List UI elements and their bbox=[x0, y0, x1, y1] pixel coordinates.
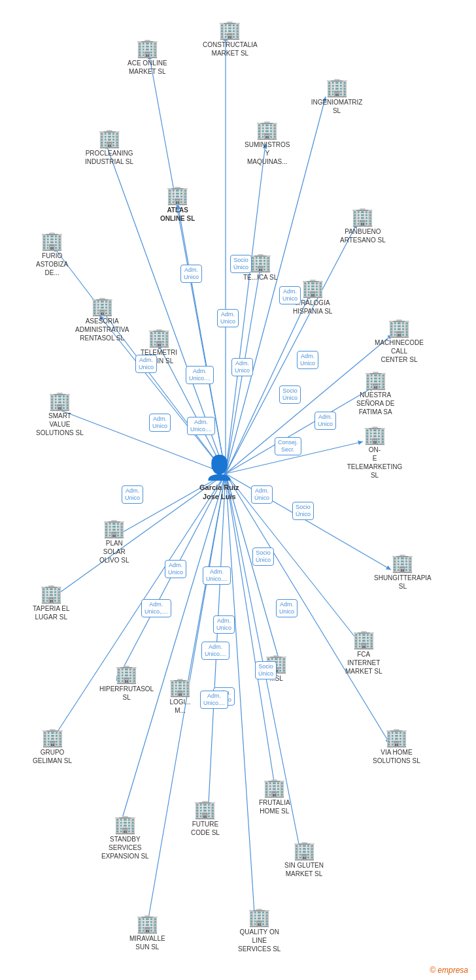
role-badge-10[interactable]: Adm.Unico bbox=[314, 412, 336, 430]
role-badge-1[interactable]: Adm.Unico bbox=[180, 265, 202, 283]
person-name: Garcia RuizJose Luis bbox=[199, 483, 239, 502]
company-nuestra-senora[interactable]: 🏢 NUESTRASEÑORA DEFATIMA SA bbox=[356, 371, 394, 416]
role-badge-26[interactable]: Adm.Unico.... bbox=[200, 691, 228, 709]
role-badge-17[interactable]: Adm.Unico bbox=[165, 560, 186, 578]
company-logi[interactable]: 🏢 LOGI...M... bbox=[169, 678, 192, 715]
role-badge-15[interactable]: Adm.Único bbox=[251, 485, 273, 504]
company-plan-solar[interactable]: 🏢 PLANSOLAROLIVO SL bbox=[99, 519, 129, 564]
role-badge-3[interactable]: Adm.Unico bbox=[279, 286, 301, 304]
company-one-telemarketing[interactable]: 🏢 ON-ETELEMARKETING SL bbox=[345, 426, 404, 480]
company-shungitterapia[interactable]: 🏢 SHUNGITTERAPIASL bbox=[374, 554, 432, 591]
role-badge-16[interactable]: SocioÚnico bbox=[292, 502, 314, 520]
company-procleaning[interactable]: 🏢 PROCLEANINGINDUSTRIAL SL bbox=[85, 129, 133, 166]
role-badge-5[interactable]: Adm.Unico bbox=[135, 355, 157, 373]
role-badge-7[interactable]: Adm.Unico bbox=[231, 358, 253, 376]
company-quality-online[interactable]: 🏢 QUALITY ONLINESERVICES SL bbox=[238, 908, 280, 953]
role-badge-4[interactable]: Adm.Unico bbox=[217, 309, 239, 327]
company-miravalle[interactable]: 🏢 MIRAVALLESUN SL bbox=[129, 915, 165, 951]
role-badge-21[interactable]: Adm.Unico,.... bbox=[141, 599, 171, 617]
company-standby[interactable]: 🏢 STANDBYSERVICESEXPANSION SL bbox=[101, 815, 149, 860]
person-icon: 👤 bbox=[205, 454, 234, 482]
company-furio[interactable]: 🏢 FURIOASTOBIZADE... bbox=[36, 232, 68, 277]
company-frutalia[interactable]: 🏢 FRUTALIAHOME SL bbox=[259, 779, 290, 815]
company-fca-internet[interactable]: 🏢 FCAINTERNETMARKET SL bbox=[345, 630, 382, 676]
role-badge-2[interactable]: SocioÚnico bbox=[230, 255, 252, 273]
company-atlas-online[interactable]: 🏢 ATLASONLINE SL bbox=[160, 186, 195, 223]
brand-name: empresa bbox=[437, 966, 468, 975]
center-person: 👤 Garcia RuizJose Luis bbox=[199, 454, 239, 502]
company-taperia[interactable]: 🏢 TAPERIA ELLUGAR SL bbox=[33, 585, 70, 621]
role-badge-22[interactable]: Adm.Unico bbox=[213, 615, 235, 634]
company-machinecode[interactable]: 🏢 MACHINECODECALLCENTER SL bbox=[375, 319, 424, 364]
company-via-home[interactable]: 🏢 VIA HOMESOLUTIONS SL bbox=[373, 728, 420, 765]
watermark: © empresa bbox=[430, 966, 468, 975]
role-badge-19[interactable]: SocioÚnico bbox=[252, 547, 274, 566]
role-badge-12[interactable]: Adm.Unico.... bbox=[187, 417, 215, 435]
role-badge-18[interactable]: Adm.Unico.... bbox=[203, 566, 231, 585]
company-grupo-geliman[interactable]: 🏢 GRUPOGELIMAN SL bbox=[33, 728, 72, 765]
role-badge-20[interactable]: Adm.Unico bbox=[276, 599, 298, 617]
company-sin-gluten[interactable]: 🏢 SIN GLUTENMARKET SL bbox=[284, 841, 324, 878]
role-badge-9[interactable]: SocioÚnico bbox=[279, 385, 301, 404]
company-ace-online[interactable]: 🏢 ACE ONLINEMARKET SL bbox=[128, 39, 167, 76]
role-badge-8[interactable]: Adm.Unico bbox=[297, 351, 318, 369]
copyright-symbol: © bbox=[430, 966, 435, 975]
company-future-code[interactable]: 🏢 FUTURECODE SL bbox=[191, 800, 220, 837]
company-panbueno[interactable]: 🏢 PANBUENOARTESANO SL bbox=[340, 208, 386, 244]
company-asesoria[interactable]: 🏢 ASESORIAADMINISTRATIVARENTASOL SL bbox=[75, 297, 129, 342]
role-badge-23[interactable]: Adm.Unico.... bbox=[201, 642, 230, 660]
company-ingeniomatriz[interactable]: 🏢 INGENIOMATRIZ SL bbox=[307, 78, 366, 115]
company-constructalia[interactable]: 🏢 CONSTRUCTALIAMARKET SL bbox=[203, 21, 258, 57]
company-smart-value[interactable]: 🏢 SMARTVALUESOLUTIONS SL bbox=[36, 392, 84, 437]
role-badge-11[interactable]: Adm.Unico bbox=[149, 414, 171, 432]
role-badge-6[interactable]: Adm.Unico.... bbox=[186, 366, 214, 384]
role-badge-13[interactable]: Consej.Secr. bbox=[275, 437, 301, 455]
company-suministros[interactable]: 🏢 SUMINISTROSYMAQUINAS... bbox=[245, 121, 290, 166]
role-badge-14[interactable]: Adm.Unico bbox=[122, 485, 143, 504]
company-hiperfrutasol[interactable]: 🏢 HIPERFRUTASOLSL bbox=[99, 665, 154, 702]
role-badge-24[interactable]: SocioÚnico bbox=[255, 661, 277, 679]
